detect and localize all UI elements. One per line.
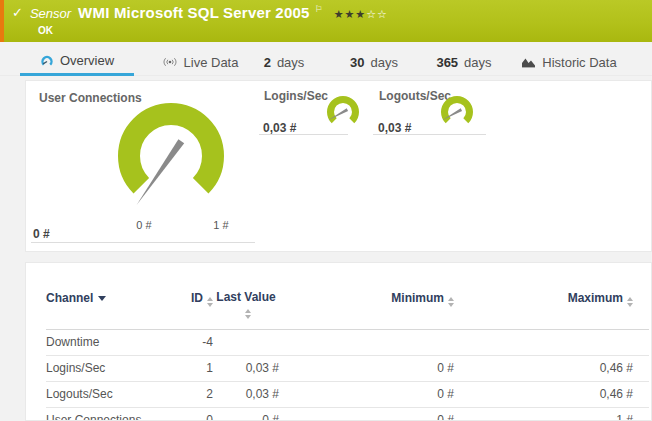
logins-sec-value: 0,03 # [263,121,296,135]
cell-last_value: 0,03 # [213,356,279,382]
cell-id: 0 [171,408,213,421]
sort-toggle-icon[interactable] [245,309,251,319]
table-row[interactable]: Logouts/Sec20,03 #0 #0,46 # [46,382,649,408]
cell-maximum [454,330,633,356]
spacer [633,330,649,356]
status-ok-check-icon: ✓ [12,5,23,20]
sort-toggle-icon[interactable] [448,297,454,307]
spacer [633,356,649,382]
cell-id: -4 [171,330,213,356]
tab-overview[interactable]: Overview [20,48,134,76]
gauges-panel: User Connections 0 # 1 # 0 # Logins/Sec … [25,80,652,252]
cell-id: 1 [171,356,213,382]
cell-separator [259,134,348,135]
cell-channel[interactable]: User Connections [46,408,171,421]
gauge-scale-max: 1 # [208,219,234,231]
cell-channel[interactable]: Logins/Sec [46,356,171,382]
column-header-maximum[interactable]: Maximum [454,263,633,330]
logouts-sec-value: 0,03 # [378,121,411,135]
column-header-minimum[interactable]: Minimum [279,263,454,330]
tab-label: days [464,55,491,70]
tab-number: 365 [436,55,458,70]
table-row[interactable]: Downtime-4 [46,330,649,356]
gauge-icon [40,54,54,68]
sort-toggle-icon[interactable] [207,297,213,307]
spacer [633,408,649,421]
spacer [633,382,649,408]
cell-maximum: 0,46 # [454,356,633,382]
cell-separator [31,242,255,243]
sensor-header: ✓ Sensor WMI Microsoft SQL Server 2005 ⚐… [0,0,652,42]
gauge-scale-min: 0 # [131,219,157,231]
historic-data-icon [521,56,536,68]
logins-sec-gauge [323,94,363,130]
tab-label: Overview [60,53,114,68]
cell-minimum: 0 # [279,408,454,421]
user-connections-gauge [96,88,246,218]
priority-stars-empty[interactable]: ☆☆ [366,8,388,20]
column-header-channel[interactable]: Channel [46,263,171,330]
cell-last_value: 0 # [213,408,279,421]
object-kind-label: Sensor [30,6,71,21]
logins-sec-gauge-title: Logins/Sec [264,89,328,103]
cell-maximum: 1 # [454,408,633,421]
tab-2-days[interactable]: 2days [253,48,315,76]
cell-id: 2 [171,382,213,408]
user-connections-value: 0 # [33,227,50,241]
cell-last_value [213,330,279,356]
cell-separator [373,134,486,135]
tab-number: 2 [264,55,271,70]
cell-minimum [279,330,454,356]
tab-365-days[interactable]: 365days [429,48,499,76]
tab-30-days[interactable]: 30days [342,48,406,76]
tab-label: Historic Data [542,55,616,70]
spacer [633,263,649,330]
table-row[interactable]: User Connections00 #0 #1 # [46,408,649,421]
sorted-desc-icon [98,296,106,301]
cell-maximum: 0,46 # [454,382,633,408]
column-header-id[interactable]: ID [171,263,213,330]
priority-stars-filled[interactable]: ★★★ [334,8,367,20]
status-badge: OK [38,25,53,36]
tab-label: Live Data [184,55,239,70]
cell-channel[interactable]: Logouts/Sec [46,382,171,408]
sort-toggle-icon[interactable] [627,297,633,307]
channels-table: ChannelIDLast ValueMinimumMaximum Downti… [46,263,649,421]
tab-number: 30 [350,55,364,70]
table-header-row: ChannelIDLast ValueMinimumMaximum [46,263,649,330]
channels-panel: ChannelIDLast ValueMinimumMaximum Downti… [25,262,652,421]
cell-minimum: 0 # [279,382,454,408]
table-row[interactable]: Logins/Sec10,03 #0 #0,46 # [46,356,649,382]
cell-minimum: 0 # [279,356,454,382]
priority-stars[interactable]: ★★★☆☆ [334,8,388,21]
tab-label: days [277,55,304,70]
tab-live-data[interactable]: Live Data [150,48,250,76]
tab-bar: OverviewLive Data2days30days365daysHisto… [0,48,652,76]
tab-label: days [371,55,398,70]
flag-icon[interactable]: ⚐ [315,4,323,14]
tab-historic-data[interactable]: Historic Data [517,48,621,76]
sensor-title: WMI Microsoft SQL Server 2005 [78,4,309,21]
live-data-icon [162,56,178,68]
cell-channel[interactable]: Downtime [46,330,171,356]
logouts-sec-gauge [437,94,477,130]
column-header-last-value[interactable]: Last Value [213,263,279,330]
cell-last_value: 0,03 # [213,382,279,408]
